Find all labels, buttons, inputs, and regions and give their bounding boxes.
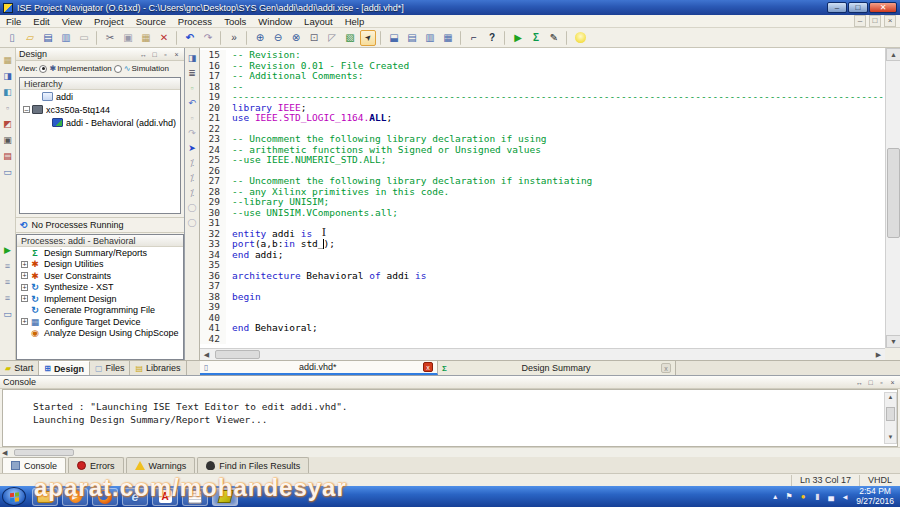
menu-item[interactable]: Help bbox=[339, 16, 371, 27]
scroll-up-arrow[interactable]: ▲ bbox=[886, 48, 900, 61]
tab-close-icon[interactable]: x bbox=[423, 362, 433, 372]
scroll-down-arrow[interactable]: ▼ bbox=[886, 335, 900, 348]
c1-icon[interactable] bbox=[186, 202, 198, 214]
lib-del-icon[interactable] bbox=[2, 118, 14, 130]
new-file-icon[interactable] bbox=[4, 30, 20, 46]
panel-tab[interactable]: Files bbox=[90, 361, 131, 375]
save-icon[interactable] bbox=[40, 30, 56, 46]
zoom-out-icon[interactable] bbox=[270, 30, 286, 46]
sep-icon[interactable] bbox=[96, 31, 98, 45]
process-row[interactable]: Design Utilities bbox=[17, 259, 183, 271]
process-expander-icon[interactable] bbox=[21, 318, 28, 325]
usb-icon[interactable] bbox=[812, 492, 822, 501]
process-row[interactable]: User Constraints bbox=[17, 270, 183, 282]
process-expander-icon[interactable] bbox=[21, 295, 28, 302]
lib-add-icon[interactable] bbox=[2, 70, 14, 82]
sep-icon[interactable] bbox=[566, 31, 568, 45]
process-row[interactable]: Generate Programming File bbox=[17, 305, 183, 317]
console-scroll-up[interactable]: ▲ bbox=[885, 393, 896, 403]
proc1-icon[interactable] bbox=[2, 260, 14, 272]
flag-icon[interactable] bbox=[784, 492, 794, 501]
text-editor-icon[interactable] bbox=[546, 30, 562, 46]
console-tab[interactable]: Warnings bbox=[126, 457, 196, 473]
runlines-icon[interactable] bbox=[186, 67, 198, 79]
code-line[interactable]: 30 --use UNISIM.VComponents.all; bbox=[200, 208, 885, 219]
maximize-button[interactable]: □ bbox=[848, 2, 868, 13]
panel-maximize-button[interactable]: □ bbox=[150, 50, 159, 59]
menu-item[interactable]: View bbox=[56, 16, 88, 27]
menu-item[interactable]: Project bbox=[88, 16, 130, 27]
redo-icon[interactable] bbox=[186, 127, 198, 139]
code-line[interactable]: 21 use IEEE.STD_LOGIC_1164.ALL; bbox=[200, 113, 885, 124]
tab-close-icon[interactable]: x bbox=[661, 363, 671, 373]
console-hscroll-thumb[interactable] bbox=[14, 449, 74, 456]
undo-icon[interactable] bbox=[182, 30, 198, 46]
cascade-icon[interactable] bbox=[404, 30, 420, 46]
close-button[interactable]: ✕ bbox=[869, 2, 897, 13]
mdi-restore-button[interactable]: □ bbox=[869, 15, 881, 27]
zoom-full-icon[interactable] bbox=[288, 30, 304, 46]
more-icon[interactable] bbox=[226, 30, 242, 46]
menu-item[interactable]: Edit bbox=[27, 16, 55, 27]
menu-item[interactable]: Layout bbox=[298, 16, 339, 27]
hierarchy-tree-row[interactable]: addi - Behavioral (addi.vhd) bbox=[20, 116, 180, 129]
minimize-button[interactable]: – bbox=[827, 2, 847, 13]
menu-item[interactable]: Tools bbox=[218, 16, 252, 27]
menu-item[interactable]: Process bbox=[172, 16, 218, 27]
taskbar-app-icon[interactable] bbox=[92, 488, 118, 506]
hierarchy-tree-row[interactable]: xc3s50a-5tq144 bbox=[20, 103, 180, 116]
console-tab[interactable]: Find in Files Results bbox=[197, 457, 309, 473]
proc2-icon[interactable] bbox=[2, 276, 14, 288]
pct1-icon[interactable] bbox=[186, 157, 198, 169]
sep-icon[interactable] bbox=[176, 31, 178, 45]
pct3-icon[interactable] bbox=[186, 187, 198, 199]
net-icon[interactable] bbox=[826, 492, 836, 501]
save-all-icon[interactable] bbox=[58, 30, 74, 46]
cut-icon[interactable] bbox=[102, 30, 118, 46]
pct2-icon[interactable] bbox=[186, 172, 198, 184]
panel-tab[interactable]: Start bbox=[0, 361, 39, 375]
zoom-region-icon[interactable] bbox=[306, 30, 322, 46]
design-summary-icon[interactable] bbox=[528, 30, 544, 46]
taskbar-clock[interactable]: 2:54 PM 9/27/2016 bbox=[856, 487, 894, 506]
lib-upd-icon[interactable] bbox=[2, 86, 14, 98]
code-line[interactable]: 36 architecture Behavioral of addi is bbox=[200, 271, 885, 282]
sq1-icon[interactable] bbox=[186, 82, 198, 94]
pointer-icon[interactable] bbox=[360, 30, 376, 46]
code-editor[interactable]: 15 -- Revision: 16 -- Revision 0.01 - Fi… bbox=[200, 48, 885, 348]
run-icon[interactable] bbox=[510, 30, 526, 46]
process-row[interactable]: Implement Design bbox=[17, 293, 183, 305]
wrench-icon[interactable] bbox=[466, 30, 482, 46]
console-dock-button[interactable]: ↔ bbox=[855, 378, 864, 387]
code-line[interactable]: 25 --use IEEE.NUMERIC_STD.ALL; bbox=[200, 155, 885, 166]
goto-icon[interactable] bbox=[186, 52, 198, 64]
tile-h-icon[interactable] bbox=[422, 30, 438, 46]
app-icon[interactable] bbox=[798, 492, 808, 501]
expand-icon[interactable] bbox=[770, 492, 780, 501]
menu-item[interactable]: Source bbox=[130, 16, 172, 27]
code-line[interactable]: 41 end Behavioral; bbox=[200, 323, 885, 334]
tree-expander-icon[interactable] bbox=[23, 106, 30, 113]
taskbar-app-icon[interactable] bbox=[62, 488, 88, 506]
sq2-icon[interactable] bbox=[186, 112, 198, 124]
taskbar-app-icon[interactable] bbox=[122, 488, 148, 506]
win-icon[interactable] bbox=[2, 166, 14, 178]
sep-icon[interactable] bbox=[504, 31, 506, 45]
console-horizontal-scrollbar[interactable]: ◀ bbox=[0, 447, 900, 457]
taskbar-app-icon[interactable] bbox=[32, 488, 58, 506]
taskbar-app-icon[interactable] bbox=[212, 488, 238, 506]
taskbar-app-icon[interactable] bbox=[182, 488, 208, 506]
paste2-icon[interactable] bbox=[2, 54, 14, 66]
proc3-icon[interactable] bbox=[2, 292, 14, 304]
help-icon[interactable] bbox=[484, 30, 500, 46]
vol-icon[interactable] bbox=[840, 492, 850, 501]
process-expander-icon[interactable] bbox=[21, 272, 28, 279]
console-scroll-down[interactable]: ▼ bbox=[885, 433, 896, 443]
open-project-icon[interactable] bbox=[22, 30, 38, 46]
new-window-icon[interactable] bbox=[386, 30, 402, 46]
zoom-in-icon[interactable] bbox=[252, 30, 268, 46]
code-line[interactable]: 17 -- Additional Comments: bbox=[200, 71, 885, 82]
paste-icon[interactable] bbox=[138, 30, 154, 46]
panel-float-button[interactable]: ▫ bbox=[161, 50, 170, 59]
win2-icon[interactable] bbox=[2, 308, 14, 320]
